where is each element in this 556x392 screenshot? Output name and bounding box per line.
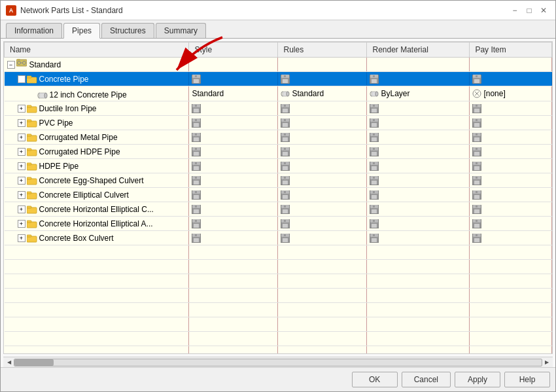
row-render-cell: ByLayer — [367, 86, 470, 101]
svg-rect-101 — [372, 152, 377, 156]
folder-icon — [27, 190, 39, 200]
svg-rect-36 — [27, 105, 31, 107]
tab-information[interactable]: Information — [6, 23, 62, 38]
table-row[interactable]: + PVC Pipe — [5, 116, 552, 130]
row-name-text: PVC Pipe — [39, 118, 73, 128]
row-rules-cell — [278, 145, 367, 159]
table-row[interactable]: + Corrugated Metal Pipe — [5, 130, 552, 145]
svg-rect-6 — [27, 76, 31, 78]
tab-summary[interactable]: Summary — [156, 23, 206, 38]
svg-rect-188 — [284, 220, 286, 222]
row-style-cell — [189, 145, 278, 159]
scrollbar-area: ◀ ▶ — [3, 357, 553, 367]
tab-structures[interactable]: Structures — [101, 23, 154, 38]
row-name-cell: + Concrete Horizontal Elliptical A... — [5, 217, 189, 231]
svg-rect-192 — [373, 220, 375, 222]
table-row[interactable]: − Standard — [5, 58, 552, 72]
row-style-cell — [189, 101, 278, 116]
row-name-text: Concrete Box Culvert — [39, 234, 114, 243]
expand-button[interactable]: + — [18, 220, 26, 228]
svg-rect-174 — [373, 205, 375, 207]
expand-button[interactable]: + — [18, 234, 26, 242]
svg-rect-102 — [373, 148, 375, 150]
folder-icon — [27, 75, 39, 84]
svg-rect-111 — [194, 166, 199, 170]
pipe-icon — [37, 90, 50, 99]
table-row[interactable]: + Corrugated HDPE Pipe — [5, 145, 552, 159]
row-render-cell — [367, 188, 470, 202]
scroll-right-btn[interactable]: ▶ — [542, 358, 551, 367]
svg-point-31 — [375, 92, 378, 96]
table-row[interactable]: + HDPE Pipe — [5, 159, 552, 173]
row-style-cell — [189, 188, 278, 202]
scroll-left-btn[interactable]: ◀ — [5, 358, 14, 367]
row-rules-cell — [278, 231, 367, 245]
svg-rect-202 — [195, 234, 197, 236]
expand-button[interactable]: + — [18, 162, 26, 170]
row-payitem-cell — [470, 173, 552, 188]
svg-rect-9 — [194, 79, 199, 83]
col-render: Render Material — [367, 43, 470, 58]
table-row[interactable]: − Concrete Pipe — [5, 72, 552, 86]
help-button[interactable]: Help — [504, 372, 550, 387]
svg-rect-170 — [284, 205, 286, 207]
row-render-cell — [367, 145, 470, 159]
row-style-cell — [189, 231, 278, 245]
expand-button[interactable]: + — [18, 119, 26, 127]
table-container[interactable]: Name Style Rules Render Material Pay Ite… — [3, 41, 553, 354]
svg-rect-141 — [474, 181, 479, 185]
folder-icon — [27, 205, 39, 214]
row-name-cell: + Corrugated HDPE Pipe — [5, 145, 189, 159]
row-rules-cell — [278, 72, 367, 86]
svg-rect-13 — [283, 79, 288, 83]
row-rules-cell — [278, 116, 367, 130]
table-row[interactable]: + Concrete Egg-Shaped Culvert — [5, 173, 552, 188]
row-name-text: Corrugated HDPE Pipe — [39, 147, 120, 156]
expand-button[interactable]: + — [18, 134, 26, 141]
svg-rect-147 — [194, 195, 199, 199]
table-row[interactable]: 12 inch Concrete PipeStandard Standard B… — [5, 86, 552, 101]
close-button[interactable]: ✕ — [537, 4, 550, 17]
expand-button[interactable]: + — [18, 205, 26, 213]
table-row[interactable]: + Concrete Elliptical Culvert — [5, 188, 552, 202]
tab-pipes[interactable]: Pipes — [63, 23, 100, 39]
svg-rect-184 — [195, 220, 197, 222]
table-row[interactable]: + Concrete Box Culvert — [5, 231, 552, 245]
maximize-button[interactable]: □ — [523, 4, 536, 17]
svg-rect-62 — [284, 119, 286, 121]
row-payitem-cell — [470, 72, 552, 86]
ok-button[interactable]: OK — [352, 372, 398, 387]
row-payitem-cell — [470, 145, 552, 159]
h-scrollbar[interactable] — [14, 359, 542, 366]
svg-rect-70 — [476, 119, 478, 121]
row-style-cell — [189, 116, 278, 130]
svg-rect-83 — [372, 137, 377, 141]
svg-rect-148 — [195, 191, 197, 193]
svg-rect-178 — [476, 205, 478, 207]
expand-button[interactable]: + — [18, 177, 26, 185]
svg-rect-97 — [283, 152, 288, 156]
svg-rect-123 — [474, 166, 479, 170]
row-payitem-cell — [470, 58, 552, 72]
row-payitem-cell — [470, 159, 552, 173]
expand-button[interactable]: + — [18, 191, 26, 199]
table-row[interactable]: + Concrete Horizontal Elliptical C... — [5, 202, 552, 217]
row-name-cell: + Ductile Iron Pipe — [5, 101, 189, 116]
expand-button[interactable]: + — [18, 105, 26, 113]
minimize-button[interactable]: − — [508, 4, 521, 17]
svg-rect-72 — [27, 134, 31, 136]
svg-rect-14 — [284, 75, 286, 77]
svg-rect-87 — [474, 137, 479, 141]
expand-button[interactable]: − — [18, 75, 26, 83]
row-payitem-cell — [470, 116, 552, 130]
expand-button[interactable]: − — [7, 61, 15, 69]
svg-rect-108 — [27, 163, 31, 165]
svg-rect-151 — [283, 195, 288, 199]
table-row[interactable]: + Ductile Iron Pipe — [5, 101, 552, 116]
apply-button[interactable]: Apply — [455, 372, 500, 387]
row-name-cell: 12 inch Concrete Pipe — [5, 86, 189, 101]
empty-row — [5, 303, 552, 317]
table-row[interactable]: + Concrete Horizontal Elliptical A... — [5, 217, 552, 231]
cancel-button[interactable]: Cancel — [402, 372, 451, 387]
expand-button[interactable]: + — [18, 148, 26, 156]
